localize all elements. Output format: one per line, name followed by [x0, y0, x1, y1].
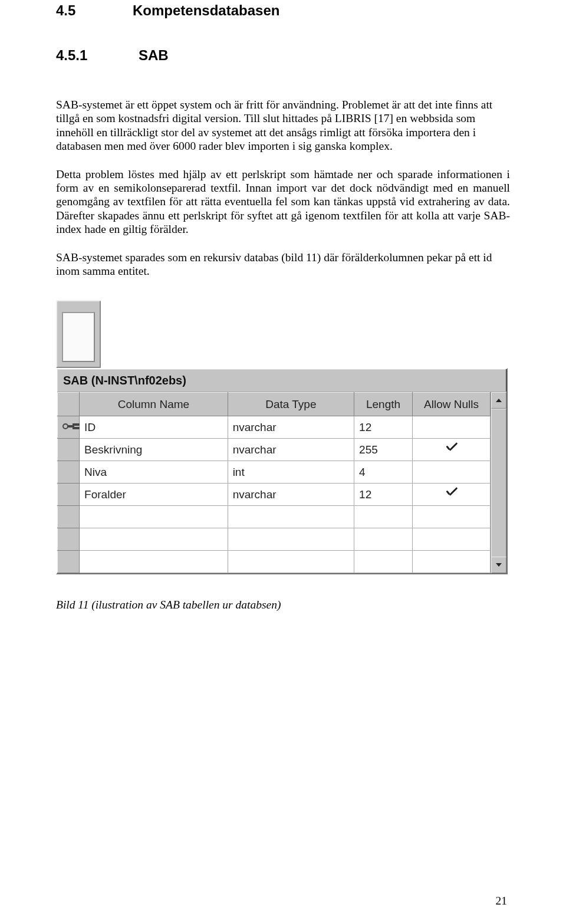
grid-header-row: Column Name Data Type Length Allow Nulls: [58, 393, 491, 416]
section-heading: 4.5Kompetensdatabasen: [56, 0, 510, 19]
page-number: 21: [496, 895, 508, 907]
row-handle[interactable]: [58, 416, 80, 439]
table-row: Nivaint4: [58, 461, 491, 484]
cell-allow-nulls[interactable]: [413, 484, 491, 506]
cell-allow-nulls[interactable]: [413, 439, 491, 461]
row-handle[interactable]: [58, 506, 80, 528]
db-illustration: SAB (N-INST\nf02ebs) Column Name Data Ty…: [56, 300, 510, 574]
scroll-up-button[interactable]: [491, 392, 506, 409]
cell-column-name[interactable]: ID: [80, 416, 228, 439]
table-row-empty: [58, 528, 491, 551]
subsection-number: 4.5.1: [56, 47, 139, 64]
table-row-empty: [58, 551, 491, 573]
table-row: IDnvarchar12: [58, 416, 491, 439]
primary-key-icon: [62, 422, 74, 431]
vertical-scrollbar[interactable]: [491, 392, 506, 573]
db-title-bar: SAB (N-INST\nf02ebs): [57, 369, 506, 392]
cell-column-name[interactable]: Beskrivning: [80, 439, 228, 461]
cell-length[interactable]: 255: [354, 439, 413, 461]
table-row: Foraldernvarchar12: [58, 484, 491, 506]
scroll-thumb[interactable]: [491, 409, 506, 558]
row-handle[interactable]: [58, 461, 80, 484]
cell-allow-nulls[interactable]: [413, 416, 491, 439]
db-title-text: SAB (N-INST\nf02ebs): [63, 374, 186, 387]
cell-data-type[interactable]: nvarchar: [228, 439, 354, 461]
cell-column-name[interactable]: Niva: [80, 461, 228, 484]
table-row-empty: [58, 506, 491, 528]
db-relationship-handle-icon: [56, 300, 101, 368]
section-title: Kompetensdatabasen: [133, 2, 279, 18]
cell-data-type[interactable]: nvarchar: [228, 416, 354, 439]
grid-header-allow-nulls: Allow Nulls: [413, 393, 491, 416]
cell-data-type[interactable]: nvarchar: [228, 484, 354, 506]
subsection-title: SAB: [139, 47, 169, 63]
check-icon: [445, 489, 459, 498]
scroll-down-button[interactable]: [491, 557, 506, 573]
body-paragraph: SAB-systemet är ett öppet system och är …: [56, 98, 510, 153]
row-handle[interactable]: [58, 439, 80, 461]
subsection-heading: 4.5.1SAB: [56, 47, 510, 64]
cell-column-name[interactable]: Foralder: [80, 484, 228, 506]
cell-length[interactable]: 12: [354, 484, 413, 506]
grid-header-column-name: Column Name: [80, 393, 228, 416]
row-handle[interactable]: [58, 551, 80, 573]
chevron-down-icon: [496, 563, 502, 567]
cell-length[interactable]: 4: [354, 461, 413, 484]
scroll-track[interactable]: [491, 409, 506, 557]
cell-length[interactable]: 12: [354, 416, 413, 439]
table-row: Beskrivningnvarchar255: [58, 439, 491, 461]
body-paragraph: SAB-systemet sparades som en rekursiv da…: [56, 251, 510, 278]
grid-header-data-type: Data Type: [228, 393, 354, 416]
db-table-designer: SAB (N-INST\nf02ebs) Column Name Data Ty…: [56, 368, 508, 574]
row-handle[interactable]: [58, 528, 80, 551]
row-handle[interactable]: [58, 484, 80, 506]
grid-header-length: Length: [354, 393, 413, 416]
figure-caption: Bild 11 (ilustration av SAB tabellen ur …: [56, 598, 510, 611]
cell-data-type[interactable]: int: [228, 461, 354, 484]
grid-header-handle: [58, 393, 80, 416]
cell-allow-nulls[interactable]: [413, 461, 491, 484]
section-number: 4.5: [56, 2, 133, 19]
check-icon: [445, 444, 459, 453]
body-paragraph: Detta problem löstes med hjälp av ett pe…: [56, 167, 510, 236]
db-columns-grid: Column Name Data Type Length Allow Nulls…: [57, 392, 491, 573]
chevron-up-icon: [496, 399, 502, 402]
